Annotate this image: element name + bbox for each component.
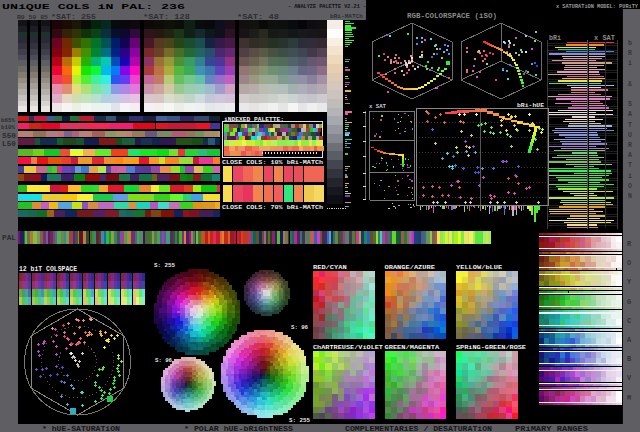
svg-text:- ANALYZE PALETTE V2.21 -: - ANALYZE PALETTE V2.21 - <box>288 3 366 10</box>
svg-text:R: R <box>628 142 632 149</box>
svg-text:b65%: b65% <box>1 117 16 124</box>
svg-text:b: b <box>628 40 632 47</box>
svg-text:L50: L50 <box>2 140 16 148</box>
svg-text:x SAT: x SAT <box>369 103 386 110</box>
svg-text:S: 96: S: 96 <box>155 357 172 364</box>
svg-text:S: 96: S: 96 <box>291 324 308 331</box>
svg-text:S: S <box>628 101 632 108</box>
svg-text:A: A <box>628 111 632 118</box>
svg-text:PRiMARY RANGES: PRiMARY RANGES <box>515 426 588 432</box>
svg-text:O: O <box>627 259 631 267</box>
svg-text:CLOSE COLS: 10% bRi-MATCh: CLOSE COLS: 10% bRi-MATCh <box>222 159 323 166</box>
svg-text:U: U <box>628 132 632 139</box>
svg-text:R: R <box>628 50 632 57</box>
svg-text:N: N <box>628 193 632 200</box>
svg-text:PAL: PAL <box>2 234 16 242</box>
svg-text:* hUE-SATURATiON: * hUE-SATURATiON <box>42 426 120 432</box>
svg-text:T: T <box>628 162 632 169</box>
svg-text:R0 50 85: R0 50 85 <box>17 14 48 21</box>
svg-text:YELLOW/bLUE: YELLOW/bLUE <box>456 264 503 271</box>
svg-text:x SATURATiON MODEL: PURiTY: x SATURATiON MODEL: PURiTY <box>556 3 638 10</box>
svg-text:12 biT COLSPACE: 12 biT COLSPACE <box>19 266 77 273</box>
svg-text:T: T <box>628 122 632 129</box>
svg-text:* POLAR hUE-bRiGhTNESS: * POLAR hUE-bRiGhTNESS <box>184 426 293 432</box>
svg-text:bRi: bRi <box>549 35 561 42</box>
svg-text:ORANGE/AZURE: ORANGE/AZURE <box>385 264 436 271</box>
svg-text:S50: S50 <box>2 132 16 140</box>
svg-text:bRi-MATCh: bRi-MATCh <box>330 13 363 20</box>
svg-text:*SAT: 48: *SAT: 48 <box>237 14 279 21</box>
svg-text:S: 255: S: 255 <box>289 417 310 424</box>
svg-text:i: i <box>628 173 632 180</box>
svg-text:x SAT: x SAT <box>594 35 615 42</box>
svg-text:SPRiNG-GREEN/ROSE: SPRiNG-GREEN/ROSE <box>456 344 526 351</box>
svg-text:b10%: b10% <box>1 124 16 131</box>
svg-text:RED/CYAN: RED/CYAN <box>313 264 347 271</box>
svg-text:ChARTREUSE/ViOLET: ChARTREUSE/ViOLET <box>313 344 383 351</box>
svg-text:G: G <box>627 298 631 306</box>
svg-text:C: C <box>627 317 631 325</box>
svg-text:A: A <box>628 152 632 159</box>
svg-text:*SAT: 128: *SAT: 128 <box>143 14 190 21</box>
svg-text:GREEN/MAGENTA: GREEN/MAGENTA <box>385 344 440 351</box>
svg-text:CLOSE COLS: 70% bRi-MATCh: CLOSE COLS: 70% bRi-MATCh <box>222 204 323 211</box>
svg-text:i: i <box>628 60 632 67</box>
svg-text:S: 255: S: 255 <box>154 262 175 269</box>
svg-text:O: O <box>628 183 632 190</box>
svg-text:*SAT: 255: *SAT: 255 <box>51 14 96 21</box>
svg-text:M: M <box>627 394 631 402</box>
svg-text:&: & <box>628 81 632 88</box>
svg-text:RGB-COLORSPACE (iSO): RGB-COLORSPACE (iSO) <box>407 13 497 20</box>
svg-text:COMPLEMENTARiES / DESATURATiON: COMPLEMENTARiES / DESATURATiON <box>345 426 492 432</box>
svg-text:UNiQUE COLS iN PAL: 236: UNiQUE COLS iN PAL: 236 <box>2 2 185 11</box>
